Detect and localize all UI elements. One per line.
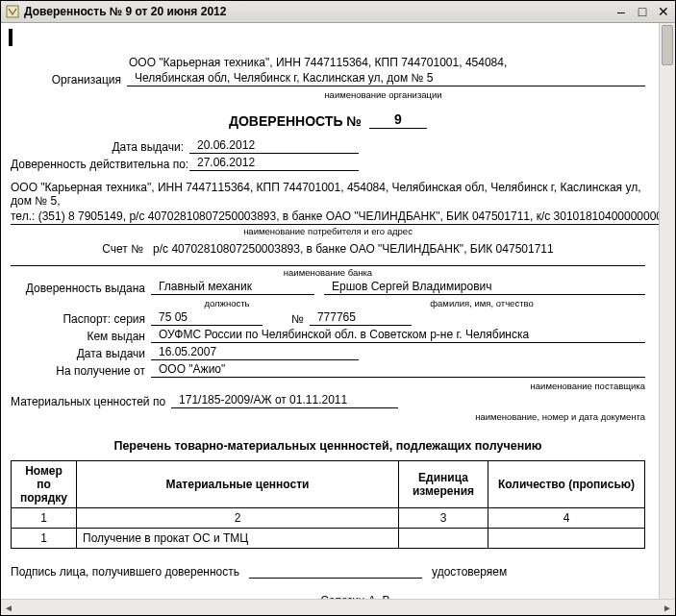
bank-underline [11, 265, 645, 266]
org-label: Организация [11, 73, 127, 86]
fio-caption: фамилия, имя, отчество [318, 298, 645, 308]
passport-series: 75 05 [151, 310, 263, 326]
svg-rect-0 [7, 6, 18, 17]
position-caption: должность [145, 298, 309, 308]
bank-caption: наименование банка [11, 267, 645, 278]
issued-to-label: Доверенность выдана [11, 282, 151, 295]
heading-number: 9 [369, 111, 427, 129]
document-viewport[interactable]: ООО "Карьерная техника", ИНН 7447115364,… [1, 23, 659, 599]
horizontal-scrollbar[interactable]: ◄ ► [1, 599, 675, 615]
issued-by: ОУФМС России по Челябинской обл. в Совет… [151, 328, 645, 343]
row-unit [399, 529, 488, 549]
titlebar[interactable]: Доверенность № 9 от 20 июня 2012 – □ ✕ [1, 1, 675, 23]
row-num: 1 [12, 529, 77, 549]
app-icon [5, 4, 20, 19]
org-line1: ООО "Карьерная техника", ИНН 7447115364,… [121, 56, 645, 69]
goods-by: 171/185-2009/АЖ от 01.11.2011 [171, 393, 398, 408]
passport-date-label: Дата выдачи [11, 347, 151, 360]
passport-label: Паспорт: серия [11, 312, 151, 326]
position: Главный механик [151, 280, 314, 295]
table-colnum-row: 1 2 3 4 [12, 508, 645, 529]
scroll-left-icon[interactable]: ◄ [1, 600, 16, 615]
document-heading: ДОВЕРЕННОСТЬ № 9 [11, 111, 645, 129]
document-body: ООО "Карьерная техника", ИНН 7447115364,… [1, 23, 655, 599]
window-title: Доверенность № 9 от 20 июня 2012 [24, 5, 226, 18]
text-cursor [9, 29, 13, 46]
valid-until: 27.06.2012 [189, 156, 359, 171]
table-header-row: Номер по порядку Материальные ценности Е… [12, 461, 645, 508]
window-controls: – □ ✕ [613, 4, 671, 19]
fio: Ершов Сергей Владимирович [324, 280, 645, 295]
goods-table: Номер по порядку Материальные ценности Е… [11, 460, 645, 549]
sign-receiver-label: Подпись лица, получившего доверенность [11, 565, 239, 579]
passport-number: 777765 [310, 310, 412, 326]
issued-by-label: Кем выдан [11, 330, 151, 343]
issue-date: 20.06.2012 [189, 138, 359, 154]
certify-label: удостоверяем [432, 565, 507, 579]
supplier-caption: наименование поставщика [145, 381, 645, 391]
minimize-button[interactable]: – [613, 4, 629, 19]
row-qty [488, 529, 645, 549]
docref-caption: наименование, номер и дата документа [174, 411, 645, 422]
account-value: р/с 40702810807250003893, в банке ОАО "Ч… [149, 242, 554, 256]
col-unit: Единица измерения [399, 461, 488, 508]
vertical-scrollbar-thumb[interactable] [662, 25, 673, 65]
receive-from: ООО "Ажио" [151, 362, 645, 378]
receive-from-label: На получение от [11, 364, 151, 378]
account-label: Счет № [102, 242, 149, 256]
maximize-button[interactable]: □ [635, 4, 650, 19]
heading-label: ДОВЕРЕННОСТЬ № [229, 113, 362, 129]
vertical-scrollbar[interactable] [659, 23, 675, 599]
consumer-caption: наименование потребителя и его адрес [11, 226, 645, 236]
close-button[interactable]: ✕ [656, 4, 671, 19]
passport-num-label: № [263, 312, 310, 326]
row-name: Получение в прокат ОС и ТМЦ [77, 529, 399, 549]
table-row: 1 Получение в прокат ОС и ТМЦ [12, 529, 645, 549]
consumer-line2: тел.: (351) 8 7905149, р/с 4070281080725… [11, 209, 659, 225]
col-number: Номер по порядку [12, 461, 77, 508]
receiver-signature-line [249, 564, 422, 579]
org-line2: Челябинская обл, Челябинск г, Каслинская… [127, 71, 645, 86]
col-goods: Материальные ценности [77, 461, 399, 508]
coln2: 2 [77, 508, 399, 529]
coln3: 3 [399, 508, 488, 529]
org-caption: наименование организации [121, 89, 645, 100]
valid-until-label: Доверенность действительна по: [11, 158, 189, 171]
coln4: 4 [488, 508, 645, 529]
issue-date-label: Дата выдачи: [11, 140, 189, 154]
consumer-line1: ООО "Карьерная техника", ИНН 7447115364,… [11, 181, 645, 208]
coln1: 1 [12, 508, 77, 529]
goods-by-label: Материальных ценностей по [11, 395, 171, 408]
scroll-right-icon[interactable]: ► [660, 600, 675, 615]
table-title: Перечень товарно-материальных ценнностей… [11, 439, 645, 453]
app-window: Доверенность № 9 от 20 июня 2012 – □ ✕ О… [0, 0, 676, 616]
passport-date: 16.05.2007 [151, 345, 359, 360]
col-qty: Количество (прописью) [488, 461, 645, 508]
